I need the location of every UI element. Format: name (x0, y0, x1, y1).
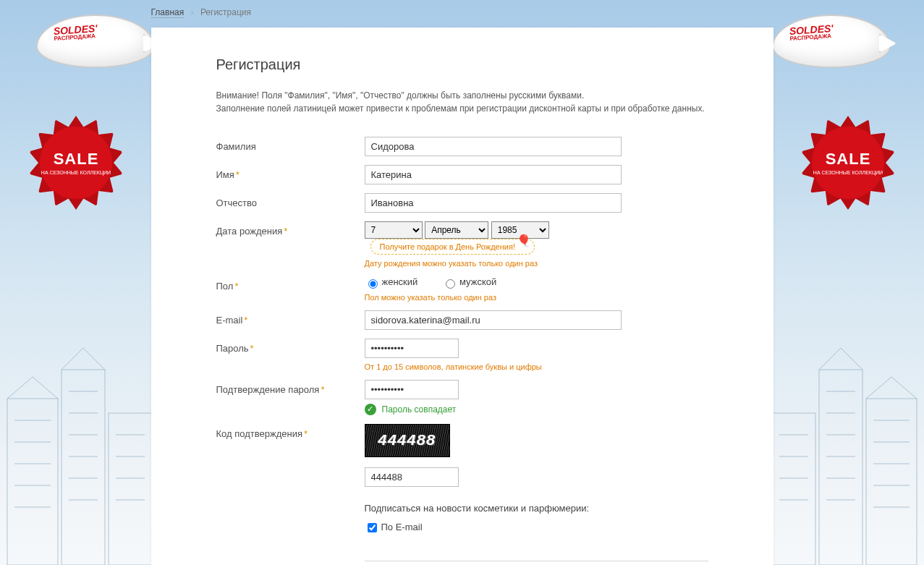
breadcrumb: Главная › Регистрация (151, 0, 773, 27)
label-password-confirm: Подтверждение пароля* (216, 380, 365, 395)
label-lastname: Фамилия (216, 137, 365, 152)
label-birthdate: Дата рождения* (216, 221, 365, 237)
label-gender: Пол* (216, 276, 365, 292)
svg-rect-19 (819, 370, 862, 565)
lastname-input[interactable] (365, 137, 622, 156)
password-input[interactable] (365, 339, 459, 358)
gender-female-radio[interactable] (368, 279, 378, 289)
breadcrumb-home-link[interactable]: Главная (151, 7, 185, 18)
birth-month-select[interactable]: Апрель (425, 221, 488, 239)
label-captcha: Код подтверждения* (216, 424, 365, 439)
balloons-icon: 🎈 (517, 234, 531, 247)
email-input[interactable] (365, 310, 622, 330)
chevron-right-icon: › (191, 7, 194, 17)
gender-female-option[interactable]: женский (365, 276, 418, 287)
gender-male-option[interactable]: мужской (442, 276, 496, 287)
label-email: E-mail* (216, 310, 365, 326)
sale-badge: SALEНА СЕЗОННЫЕ КОЛЛЕКЦИИ (801, 116, 895, 210)
blimp-icon: SOLDES'РАСПРОДАЖА (772, 14, 891, 68)
divider (365, 561, 708, 561)
breadcrumb-current: Регистрация (200, 7, 251, 17)
right-decoration: SOLDES'РАСПРОДАЖА SALEНА СЕЗОННЫЕ КОЛЛЕК… (772, 0, 924, 565)
sale-badge: SALEНА СЕЗОННЫЕ КОЛЛЕКЦИИ (29, 116, 123, 210)
birthday-gift-badge: Получите подарок в День Рождения!🎈 (370, 239, 535, 255)
left-decoration: SOLDES'РАСПРОДАЖА SALEНА СЕЗОННЫЕ КОЛЛЕК… (0, 0, 152, 565)
newsletter-email-option[interactable]: По E-mail (365, 522, 423, 532)
registration-card: Регистрация Внимание! Поля "Фамилия", "И… (151, 27, 773, 565)
newsletter-heading: Подписаться на новости косметики и парфю… (365, 503, 708, 514)
newsletter-email-checkbox[interactable] (368, 523, 377, 532)
page-title: Регистрация (216, 56, 708, 73)
birthdate-hint: Дату рождения можно указать только один … (365, 259, 708, 268)
svg-rect-2 (109, 413, 152, 565)
gender-male-radio[interactable] (446, 279, 455, 289)
label-password: Пароль* (216, 339, 365, 354)
birth-day-select[interactable]: 7 (365, 221, 423, 239)
blimp-icon: SOLDES'РАСПРОДАЖА (36, 14, 155, 68)
label-firstname: Имя* (216, 165, 365, 180)
password-match-status: ✓Пароль совпадает (365, 404, 708, 415)
svg-rect-18 (772, 413, 815, 565)
svg-rect-1 (62, 370, 105, 565)
patronymic-input[interactable] (365, 193, 622, 213)
captcha-input[interactable] (365, 467, 459, 487)
svg-rect-20 (866, 399, 917, 565)
svg-rect-0 (7, 399, 58, 565)
warning-text: Внимание! Поля "Фамилия", "Имя", "Отчест… (216, 89, 708, 115)
gender-hint: Пол можно указать только один раз (365, 293, 708, 302)
password-confirm-input[interactable] (365, 380, 459, 399)
buildings-illustration (0, 290, 152, 565)
buildings-illustration (772, 290, 924, 565)
check-icon: ✓ (365, 404, 376, 415)
password-hint: От 1 до 15 символов, латинские буквы и ц… (365, 362, 708, 371)
captcha-image: 444488 (365, 424, 450, 457)
firstname-input[interactable] (365, 165, 622, 184)
label-patronymic: Отчество (216, 193, 365, 208)
